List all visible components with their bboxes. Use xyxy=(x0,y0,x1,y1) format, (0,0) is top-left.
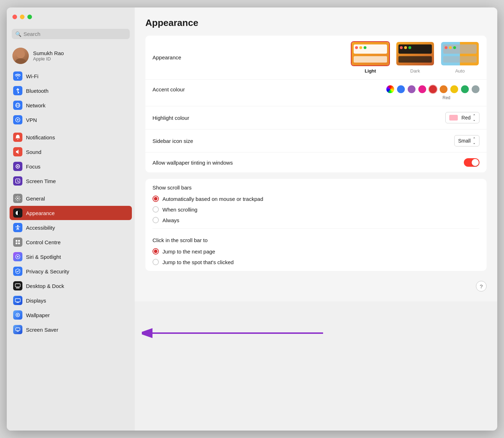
sidebar-item-sound[interactable]: Sound xyxy=(10,145,132,159)
desktop-dock-icon xyxy=(13,281,22,290)
sidebar-item-label: Control Centre xyxy=(26,239,61,245)
accent-dot-multicolor[interactable] xyxy=(386,85,394,93)
sidebar-item-notifications[interactable]: Notifications xyxy=(10,130,132,144)
sidebar-item-screen-saver[interactable]: Screen Saver xyxy=(10,322,132,337)
sidebar-item-label: Notifications xyxy=(26,134,55,140)
sidebar-item-label: Bluetooth xyxy=(26,88,48,94)
sidebar-item-wifi[interactable]: Wi-Fi xyxy=(10,69,132,83)
titlebar xyxy=(7,7,135,26)
appearance-option-light[interactable]: Light xyxy=(351,41,390,74)
wallpaper-icon xyxy=(13,310,22,320)
scroll-auto-label: Automatically based on mouse or trackpad xyxy=(162,196,263,202)
screen-saver-icon xyxy=(13,325,22,334)
sidebar-item-network[interactable]: Network xyxy=(10,98,132,112)
sidebar-icon-size-row: Sidebar icon size Small ⌃⌄ xyxy=(145,129,487,153)
minimize-button[interactable] xyxy=(20,15,25,19)
scroll-always-label: Always xyxy=(162,217,179,223)
appearance-option-dark-label: Dark xyxy=(410,68,420,74)
appearance-option-dark[interactable]: Dark xyxy=(396,41,435,74)
scroll-bars-card: Show scroll bars Automatically based on … xyxy=(145,179,487,271)
sidebar-item-screen-time[interactable]: Screen Time xyxy=(10,174,132,188)
scroll-radio-scrolling[interactable]: When scrolling xyxy=(145,204,487,215)
arrow-annotation xyxy=(142,319,327,349)
sidebar-item-label: General xyxy=(26,196,45,202)
notifications-icon xyxy=(13,133,22,142)
accent-colours-row xyxy=(231,85,479,93)
sidebar-item-label: Sound xyxy=(26,149,41,155)
general-icon xyxy=(13,194,22,203)
highlight-colour-label: Highlight colour xyxy=(152,115,231,121)
scroll-scrolling-radio[interactable] xyxy=(152,206,159,213)
svg-point-6 xyxy=(17,119,18,121)
sidebar-item-label: Wi-Fi xyxy=(26,73,38,79)
sidebar-item-appearance[interactable]: Appearance xyxy=(10,206,132,220)
search-input[interactable] xyxy=(23,31,126,37)
sidebar-item-general[interactable]: General xyxy=(10,191,132,205)
scroll-radio-always[interactable]: Always xyxy=(145,215,487,225)
appearance-thumb-dark xyxy=(396,41,435,66)
svg-rect-14 xyxy=(16,242,17,244)
svg-rect-13 xyxy=(18,240,20,242)
highlight-colour-control: Red ⌃⌄ xyxy=(231,112,479,123)
sidebar-item-label: Network xyxy=(26,102,45,108)
accent-colour-row: Accent colour xyxy=(145,80,487,106)
sidebar-item-accessibility[interactable]: Accessibility xyxy=(10,220,132,235)
sidebar-item-control-centre[interactable]: Control Centre xyxy=(10,235,132,249)
accent-dot-yellow[interactable] xyxy=(450,85,458,93)
scroll-radio-auto[interactable]: Automatically based on mouse or trackpad xyxy=(145,193,487,204)
sidebar-item-privacy-security[interactable]: Privacy & Security xyxy=(10,264,132,278)
accent-dot-orange[interactable] xyxy=(440,85,447,93)
accent-dot-pink[interactable] xyxy=(418,85,426,93)
scroll-always-radio[interactable] xyxy=(152,217,159,223)
click-spot-radio[interactable] xyxy=(152,259,159,265)
sidebar-item-desktop-dock[interactable]: Desktop & Dock xyxy=(10,279,132,293)
svg-point-8 xyxy=(17,198,18,199)
bluetooth-icon xyxy=(13,86,22,95)
appearance-option-auto[interactable]: Auto xyxy=(440,41,479,74)
wallpaper-tinting-row: Allow wallpaper tinting in windows xyxy=(145,153,487,172)
page-title: Appearance xyxy=(145,17,487,28)
sidebar-icon-size-value: Small xyxy=(458,138,471,144)
accessibility-icon xyxy=(13,223,22,232)
sidebar-item-focus[interactable]: Focus xyxy=(10,159,132,173)
chevron-updown-icon: ⌃⌄ xyxy=(473,114,476,122)
scroll-scrolling-label: When scrolling xyxy=(162,207,197,213)
sidebar-icon-size-dropdown[interactable]: Small ⌃⌄ xyxy=(454,135,479,146)
sidebar-item-bluetooth[interactable]: Bluetooth xyxy=(10,84,132,98)
sidebar: 🔍 Sumukh Rao Apple ID xyxy=(7,7,135,431)
sidebar-item-displays[interactable]: Displays xyxy=(10,293,132,308)
accent-dot-graphite[interactable] xyxy=(472,85,479,93)
click-radio-spot[interactable]: Jump to the spot that's clicked xyxy=(145,257,487,271)
appearance-card: Appearance xyxy=(145,36,487,172)
highlight-colour-dropdown[interactable]: Red ⌃⌄ xyxy=(445,112,479,123)
accent-dot-green[interactable] xyxy=(461,85,469,93)
chevron-updown-icon2: ⌃⌄ xyxy=(473,137,476,145)
maximize-button[interactable] xyxy=(27,15,32,19)
accent-dot-blue[interactable] xyxy=(397,85,405,93)
vpn-icon xyxy=(13,115,22,124)
user-section[interactable]: Sumukh Rao Apple ID xyxy=(7,44,135,69)
accent-dot-purple[interactable] xyxy=(408,85,415,93)
sidebar-item-wallpaper[interactable]: Wallpaper xyxy=(10,308,132,322)
sidebar-item-label: Privacy & Security xyxy=(26,268,69,274)
search-bar[interactable]: 🔍 xyxy=(12,29,130,39)
svg-rect-18 xyxy=(16,288,20,288)
accent-dot-red[interactable] xyxy=(429,85,437,93)
help-button[interactable]: ? xyxy=(476,281,487,292)
wallpaper-tinting-toggle[interactable] xyxy=(464,158,479,167)
highlight-colour-row: Highlight colour Red ⌃⌄ xyxy=(145,106,487,129)
click-radio-next-page[interactable]: Jump to the next page xyxy=(145,246,487,257)
accent-colour-label: Accent colour xyxy=(152,86,231,92)
sidebar-item-label: Screen Saver xyxy=(26,327,58,333)
avatar xyxy=(12,48,29,64)
main-content: Appearance Appearance xyxy=(135,7,497,301)
sidebar-item-siri-spotlight[interactable]: Siri & Spotlight xyxy=(10,250,132,264)
siri-icon xyxy=(13,252,22,261)
sidebar-item-vpn[interactable]: VPN xyxy=(10,113,132,127)
appearance-option-auto-label: Auto xyxy=(455,68,465,74)
svg-point-20 xyxy=(17,314,18,316)
close-button[interactable] xyxy=(12,15,17,19)
click-next-page-radio[interactable] xyxy=(152,248,159,255)
scroll-auto-radio[interactable] xyxy=(152,196,159,202)
svg-rect-17 xyxy=(15,284,20,287)
